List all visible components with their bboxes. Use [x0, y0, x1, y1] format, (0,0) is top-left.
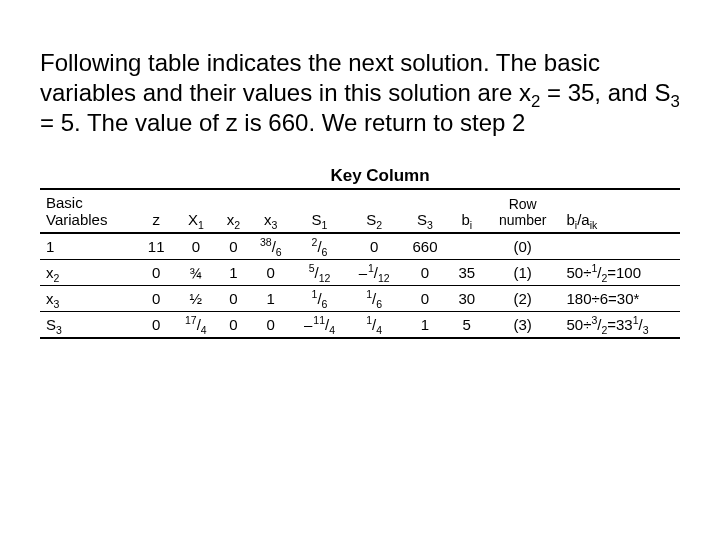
cell-z: 11 [138, 233, 174, 260]
col-s2: S2 [347, 189, 402, 233]
cell-s2: 1/4 [347, 312, 402, 339]
cell-basic: x3 [40, 286, 138, 312]
table-body: 1110038/62/60660(0)x20¾105/12–1/12035(1)… [40, 233, 680, 338]
cell-s1: –11/4 [292, 312, 347, 339]
col-bi: bi [449, 189, 485, 233]
cell-s3: 1 [402, 312, 449, 339]
intro-text: Following table indicates the next solut… [40, 48, 680, 138]
key-column-label: Key Column [40, 166, 680, 186]
cell-s1: 5/12 [292, 260, 347, 286]
cell-bi: 30 [449, 286, 485, 312]
cell-x3: 0 [249, 260, 292, 286]
cell-rownum: (1) [485, 260, 561, 286]
cell-x3: 1 [249, 286, 292, 312]
cell-s2: 0 [347, 233, 402, 260]
col-x3: x3 [249, 189, 292, 233]
col-x1: X1 [174, 189, 217, 233]
cell-z: 0 [138, 260, 174, 286]
cell-x2: 0 [217, 233, 249, 260]
cell-ratio [560, 233, 680, 260]
col-s3: S3 [402, 189, 449, 233]
cell-s3: 0 [402, 286, 449, 312]
cell-bi: 5 [449, 312, 485, 339]
cell-ratio: 50÷3/2=331/3 [560, 312, 680, 339]
cell-basic: x2 [40, 260, 138, 286]
cell-x2: 1 [217, 260, 249, 286]
cell-rownum: (2) [485, 286, 561, 312]
cell-basic: 1 [40, 233, 138, 260]
cell-z: 0 [138, 312, 174, 339]
cell-ratio: 50÷1/2=100 [560, 260, 680, 286]
col-rownum: Rownumber [485, 189, 561, 233]
cell-s3: 0 [402, 260, 449, 286]
cell-x1: ¾ [174, 260, 217, 286]
cell-s1: 2/6 [292, 233, 347, 260]
cell-basic: S3 [40, 312, 138, 339]
col-s1: S1 [292, 189, 347, 233]
cell-s3: 660 [402, 233, 449, 260]
cell-x1: 0 [174, 233, 217, 260]
table-row: x30½011/61/6030(2)180÷6=30* [40, 286, 680, 312]
table-row: S3017/400–11/41/415(3)50÷3/2=331/3 [40, 312, 680, 339]
col-basic: BasicVariables [40, 189, 138, 233]
cell-rownum: (3) [485, 312, 561, 339]
simplex-table: BasicVariables z X1 x2 x3 S1 S2 S3 bi Ro… [40, 188, 680, 339]
cell-ratio: 180÷6=30* [560, 286, 680, 312]
table-row: x20¾105/12–1/12035(1)50÷1/2=100 [40, 260, 680, 286]
cell-s2: 1/6 [347, 286, 402, 312]
cell-s1: 1/6 [292, 286, 347, 312]
cell-x2: 0 [217, 286, 249, 312]
cell-z: 0 [138, 286, 174, 312]
col-ratio: bi/aik [560, 189, 680, 233]
header-row: BasicVariables z X1 x2 x3 S1 S2 S3 bi Ro… [40, 189, 680, 233]
cell-rownum: (0) [485, 233, 561, 260]
cell-bi: 35 [449, 260, 485, 286]
cell-s2: –1/12 [347, 260, 402, 286]
cell-x2: 0 [217, 312, 249, 339]
table-row: 1110038/62/60660(0) [40, 233, 680, 260]
cell-x1: ½ [174, 286, 217, 312]
cell-x3: 0 [249, 312, 292, 339]
cell-x3: 38/6 [249, 233, 292, 260]
col-x2: x2 [217, 189, 249, 233]
cell-x1: 17/4 [174, 312, 217, 339]
col-z: z [138, 189, 174, 233]
cell-bi [449, 233, 485, 260]
